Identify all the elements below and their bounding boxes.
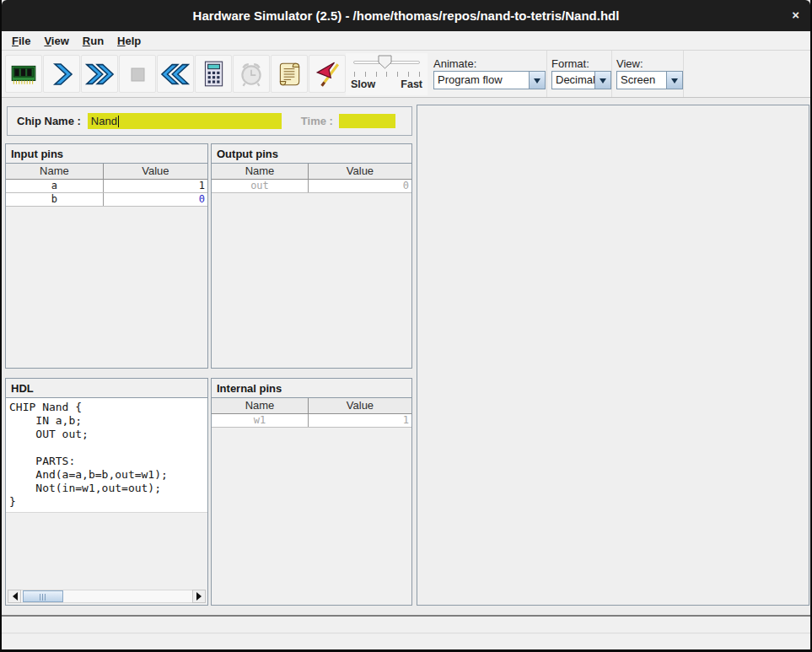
hdl-line: } bbox=[9, 495, 207, 509]
hdl-line: PARTS: bbox=[9, 455, 207, 468]
hdl-line: IN a,b; bbox=[9, 414, 207, 428]
triangle-left-icon bbox=[8, 592, 18, 601]
animate-group: Animate: Program flow bbox=[428, 51, 547, 97]
view-value: Screen bbox=[617, 72, 666, 89]
slider-slow-label: Slow bbox=[351, 78, 375, 90]
time-field bbox=[339, 114, 395, 128]
horizontal-scrollbar[interactable] bbox=[8, 590, 206, 603]
chevron-down-icon[interactable] bbox=[594, 72, 610, 89]
hdl-line: OUT out; bbox=[9, 428, 207, 441]
pin-name: b bbox=[6, 193, 104, 206]
chip-name-bar: Chip Name : Nand Time : bbox=[7, 106, 412, 136]
hdl-line bbox=[9, 441, 207, 455]
close-icon[interactable]: × bbox=[792, 8, 799, 22]
window-body: Hardware Simulator (2.5) - /home/thomas/… bbox=[2, 0, 810, 649]
text-caret bbox=[118, 116, 119, 127]
pin-value[interactable]: 1 bbox=[104, 180, 207, 192]
window-title: Hardware Simulator (2.5) - /home/thomas/… bbox=[2, 0, 810, 31]
view-script-button[interactable] bbox=[271, 55, 308, 93]
table-row: w1 1 bbox=[212, 414, 411, 428]
reset-button[interactable] bbox=[157, 55, 194, 93]
input-pins-header: Name Value bbox=[6, 164, 207, 180]
single-step-icon bbox=[48, 61, 75, 88]
title-bar[interactable]: Hardware Simulator (2.5) - /home/thomas/… bbox=[2, 0, 810, 31]
output-pins-panel: Output pins Name Value out 0 bbox=[211, 143, 412, 369]
format-group: Format: Decimal bbox=[547, 51, 612, 97]
calculator-icon bbox=[199, 60, 228, 89]
hdl-line: Not(in=w1,out=out); bbox=[9, 482, 207, 495]
breakpoints-button[interactable] bbox=[309, 55, 346, 93]
single-step-button[interactable] bbox=[43, 55, 80, 93]
internal-pins-panel: Internal pins Name Value w1 1 bbox=[211, 378, 412, 606]
chevron-down-icon[interactable] bbox=[666, 72, 682, 89]
format-label: Format: bbox=[551, 57, 589, 70]
eval-button[interactable] bbox=[195, 55, 232, 93]
chip-name-label: Chip Name : bbox=[17, 115, 81, 127]
animate-value: Program flow bbox=[434, 72, 529, 89]
view-group: View: Screen bbox=[612, 51, 684, 97]
output-pins-header: Name Value bbox=[212, 164, 411, 180]
input-pins-title: Input pins bbox=[6, 144, 207, 164]
grip-icon bbox=[40, 594, 46, 601]
scroll-left-button[interactable] bbox=[8, 590, 21, 603]
menu-view[interactable]: View bbox=[37, 33, 75, 49]
pin-value: 0 bbox=[309, 180, 411, 192]
view-label: View: bbox=[616, 57, 643, 70]
view-select[interactable]: Screen bbox=[616, 71, 683, 89]
scrollbar-track[interactable] bbox=[21, 590, 192, 603]
fast-forward-icon bbox=[84, 61, 115, 88]
menu-bar: File View Run Help bbox=[2, 31, 810, 51]
hdl-line: And(a=a,b=b,out=w1); bbox=[9, 468, 207, 482]
pin-name: out bbox=[212, 180, 309, 192]
screen-view-panel bbox=[417, 105, 809, 606]
load-chip-button[interactable] bbox=[5, 55, 42, 93]
status-bar bbox=[2, 617, 810, 633]
slider-thumb-icon bbox=[378, 55, 393, 70]
pin-name: a bbox=[6, 180, 104, 192]
breakpoint-arrow-icon bbox=[313, 60, 341, 89]
table-row: out 0 bbox=[212, 180, 411, 193]
animate-select[interactable]: Program flow bbox=[433, 71, 546, 89]
speed-slider: Slow Fast bbox=[346, 53, 428, 95]
scroll-right-button[interactable] bbox=[192, 590, 206, 603]
toolbar-buttons bbox=[5, 55, 346, 93]
format-value: Decimal bbox=[552, 72, 594, 89]
clock-icon bbox=[237, 60, 266, 89]
stop-square-icon bbox=[124, 61, 151, 88]
message-bar bbox=[2, 634, 810, 649]
table-row: b 0 bbox=[6, 193, 207, 207]
menu-help[interactable]: Help bbox=[110, 33, 148, 49]
stop-button bbox=[119, 55, 156, 93]
memory-chip-icon bbox=[9, 60, 38, 89]
hdl-panel: HDL CHIP Nand { IN a,b; OUT out; PARTS: … bbox=[5, 378, 208, 606]
hdl-line: CHIP Nand { bbox=[9, 401, 207, 414]
chip-name-input[interactable]: Nand bbox=[88, 113, 282, 129]
format-select[interactable]: Decimal bbox=[551, 71, 611, 89]
rewind-icon bbox=[160, 61, 191, 88]
input-pins-panel: Input pins Name Value a 1 b 0 bbox=[5, 143, 208, 369]
table-row: a 1 bbox=[6, 180, 207, 193]
hdl-code-view[interactable]: CHIP Nand { IN a,b; OUT out; PARTS: And(… bbox=[6, 398, 207, 513]
time-label: Time : bbox=[301, 115, 333, 127]
pin-value: 1 bbox=[309, 414, 411, 427]
app-window: Hardware Simulator (2.5) - /home/thomas/… bbox=[0, 0, 812, 652]
slider-thumb[interactable] bbox=[378, 55, 393, 73]
internal-pins-title: Internal pins bbox=[212, 379, 411, 398]
clock-button bbox=[233, 55, 270, 93]
internal-pins-header: Name Value bbox=[212, 398, 411, 414]
slider-ticks bbox=[354, 72, 420, 77]
animate-label: Animate: bbox=[433, 57, 476, 70]
scrollbar-thumb[interactable] bbox=[23, 590, 63, 602]
triangle-right-icon bbox=[196, 592, 206, 601]
chevron-down-icon[interactable] bbox=[529, 72, 545, 89]
run-button[interactable] bbox=[81, 55, 118, 93]
pin-value[interactable]: 0 bbox=[104, 193, 207, 206]
slider-fast-label: Fast bbox=[401, 78, 422, 90]
pin-name: w1 bbox=[212, 414, 309, 427]
toolbar: Slow Fast Animate: Program flow Format: … bbox=[2, 51, 810, 98]
menu-file[interactable]: File bbox=[5, 33, 37, 49]
hdl-title: HDL bbox=[6, 379, 207, 398]
menu-run[interactable]: Run bbox=[76, 33, 110, 49]
output-pins-title: Output pins bbox=[212, 144, 411, 164]
script-scroll-icon bbox=[275, 60, 304, 89]
